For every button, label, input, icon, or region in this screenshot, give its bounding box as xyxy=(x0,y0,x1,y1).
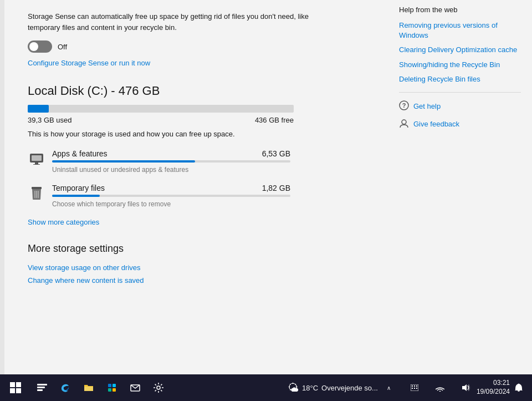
category-item-temp: Temporary files 1,82 GB Choose which tem… xyxy=(28,184,371,208)
system-tray: ∧ xyxy=(378,377,477,399)
svg-rect-15 xyxy=(37,384,47,385)
apps-size: 6,53 GB xyxy=(262,149,290,158)
apps-icon xyxy=(28,150,45,168)
help-link-deleting-recycle[interactable]: Deleting Recycle Bin files xyxy=(399,74,521,84)
apps-name: Apps & features xyxy=(52,149,108,158)
svg-point-23 xyxy=(157,386,160,389)
weather-section[interactable]: 🌤 18°C Overvejende so... xyxy=(288,382,378,394)
svg-point-31 xyxy=(439,391,441,392)
configure-storage-sense-link[interactable]: Configure Storage Sense or run it now xyxy=(28,59,150,67)
svg-rect-11 xyxy=(10,382,15,387)
svg-rect-16 xyxy=(37,387,45,388)
scroll-bar-area xyxy=(0,0,4,374)
toggle-label: Off xyxy=(58,43,67,51)
volume-icon[interactable] xyxy=(454,377,477,399)
svg-text:?: ? xyxy=(402,102,406,109)
notification-icon[interactable] xyxy=(510,379,528,397)
svg-rect-30 xyxy=(416,388,417,389)
temp-name: Temporary files xyxy=(52,184,105,192)
temp-bar xyxy=(52,195,100,197)
clock-date: 19/09/2024 xyxy=(477,388,510,397)
svg-rect-12 xyxy=(16,382,21,387)
give-feedback-link[interactable]: Give feedback xyxy=(413,120,459,128)
disk-used-label: 39,3 GB used xyxy=(28,116,72,124)
taskbar-icons xyxy=(31,377,170,399)
disk-bar-container xyxy=(28,105,294,113)
storage-sense-description: Storage Sense can automatically free up … xyxy=(28,11,321,33)
apps-details: Apps & features 6,53 GB Uninstall unused… xyxy=(52,149,290,174)
more-settings-title: More storage settings xyxy=(28,243,371,255)
apps-subtitle: Uninstall unused or undesired apps & fea… xyxy=(52,166,188,174)
temp-header: Temporary files 1,82 GB xyxy=(52,184,290,192)
weather-icon: 🌤 xyxy=(288,382,299,394)
svg-rect-2 xyxy=(35,163,38,164)
apps-bar-container xyxy=(52,160,290,163)
disk-description: This is how your storage is used and how… xyxy=(28,130,371,138)
svg-rect-1 xyxy=(32,155,42,161)
get-help-link[interactable]: Get help xyxy=(413,102,441,110)
svg-rect-25 xyxy=(412,385,413,387)
svg-rect-17 xyxy=(37,389,43,391)
keyboard-layout-icon[interactable] xyxy=(403,377,426,399)
clock-section[interactable]: 03:21 19/09/2024 xyxy=(477,379,510,396)
view-storage-usage-link[interactable]: View storage usage on other drives xyxy=(28,263,371,272)
toggle-row: Off xyxy=(28,40,371,53)
temp-subtitle: Choose which temporary files to remove xyxy=(52,200,171,208)
svg-rect-14 xyxy=(16,388,21,393)
help-link-showing-recycle[interactable]: Showing/hiding the Recycle Bin xyxy=(399,60,521,70)
main-content: Storage Sense can automatically free up … xyxy=(0,0,532,374)
taskbar-mail-icon[interactable] xyxy=(124,377,146,399)
apps-header: Apps & features 6,53 GB xyxy=(52,149,290,158)
svg-rect-20 xyxy=(108,388,111,392)
right-panel: Help from the web Removing previous vers… xyxy=(388,0,532,374)
start-button[interactable] xyxy=(4,377,27,399)
taskbar: 🌤 18°C Overvejende so... ∧ xyxy=(0,374,532,401)
help-divider xyxy=(399,92,521,93)
temp-size: 1,82 GB xyxy=(262,184,290,192)
help-section-title: Help from the web xyxy=(399,6,521,14)
svg-rect-21 xyxy=(112,388,116,392)
svg-rect-13 xyxy=(10,388,15,393)
network-icon[interactable] xyxy=(429,377,451,399)
temp-bar-container xyxy=(52,195,290,197)
help-link-removing-windows[interactable]: Removing previous versions of Windows xyxy=(399,21,521,40)
svg-rect-18 xyxy=(108,384,111,387)
disk-bar-used xyxy=(28,105,49,113)
svg-point-10 xyxy=(402,120,406,124)
disk-title: Local Disk (C:) - 476 GB xyxy=(28,84,371,98)
taskbar-search-icon[interactable] xyxy=(31,377,53,399)
get-help-row[interactable]: ? Get help xyxy=(399,100,521,113)
svg-rect-19 xyxy=(112,384,116,387)
help-link-clearing-delivery[interactable]: Clearing Delivery Optimization cache xyxy=(399,45,521,55)
apps-bar xyxy=(52,160,195,163)
taskbar-explorer-icon[interactable] xyxy=(78,377,100,399)
svg-rect-26 xyxy=(414,385,415,387)
svg-rect-4 xyxy=(32,187,42,189)
give-feedback-icon xyxy=(399,118,409,130)
svg-rect-27 xyxy=(416,385,417,387)
show-more-categories-link[interactable]: Show more categories xyxy=(28,218,371,226)
category-item-apps: Apps & features 6,53 GB Uninstall unused… xyxy=(28,149,371,174)
disk-stats: 39,3 GB used 436 GB free xyxy=(28,116,294,124)
taskbar-edge-icon[interactable] xyxy=(54,377,76,399)
weather-temp: 18°C xyxy=(302,384,318,392)
taskbar-settings-icon[interactable] xyxy=(147,377,170,399)
left-panel: Storage Sense can automatically free up … xyxy=(0,0,388,374)
change-content-saved-link[interactable]: Change where new content is saved xyxy=(28,276,371,285)
temp-icon xyxy=(28,185,45,202)
storage-sense-toggle[interactable] xyxy=(28,40,52,53)
clock-time: 03:21 xyxy=(477,379,510,388)
svg-rect-28 xyxy=(412,388,413,389)
svg-rect-29 xyxy=(414,388,415,389)
svg-rect-3 xyxy=(33,164,40,165)
temp-details: Temporary files 1,82 GB Choose which tem… xyxy=(52,184,290,208)
disk-section: Local Disk (C:) - 476 GB 39,3 GB used 43… xyxy=(28,84,371,285)
taskbar-store-icon[interactable] xyxy=(101,377,123,399)
get-help-icon: ? xyxy=(399,100,409,113)
give-feedback-row[interactable]: Give feedback xyxy=(399,118,521,130)
show-hidden-icons-button[interactable]: ∧ xyxy=(378,377,400,399)
weather-condition: Overvejende so... xyxy=(321,384,378,392)
disk-free-label: 436 GB free xyxy=(255,116,294,124)
